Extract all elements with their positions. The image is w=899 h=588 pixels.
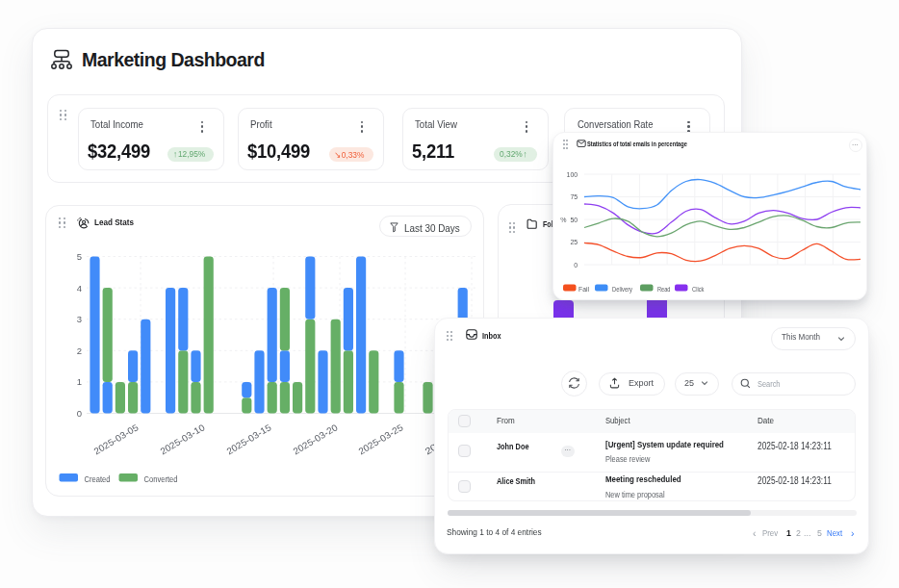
svg-text:Converted: Converted (144, 474, 178, 484)
svg-text:Fail: Fail (578, 285, 589, 294)
svg-text:2025-03-25: 2025-03-25 (356, 422, 404, 456)
svg-text:4: 4 (77, 283, 82, 294)
svg-text:%: % (560, 217, 566, 223)
svg-text:2025-03-10: 2025-03-10 (158, 422, 206, 456)
svg-text:1: 1 (77, 376, 82, 387)
svg-text:Created: Created (85, 474, 111, 484)
svg-text:100: 100 (567, 171, 578, 178)
svg-text:Read: Read (657, 285, 671, 294)
svg-text:0: 0 (77, 408, 82, 419)
svg-text:2: 2 (77, 345, 82, 356)
svg-text:0: 0 (574, 262, 578, 268)
svg-text:3: 3 (77, 314, 82, 324)
svg-text:Click: Click (692, 285, 705, 294)
svg-text:5: 5 (77, 251, 82, 262)
svg-text:25: 25 (570, 239, 578, 245)
svg-text:50: 50 (570, 217, 578, 223)
svg-text:Delivery: Delivery (612, 285, 632, 294)
svg-text:75: 75 (570, 193, 578, 200)
svg-text:2025-03-15: 2025-03-15 (224, 422, 272, 456)
svg-text:2025-03-20: 2025-03-20 (291, 422, 339, 456)
svg-text:2025-03-05: 2025-03-05 (91, 422, 140, 456)
